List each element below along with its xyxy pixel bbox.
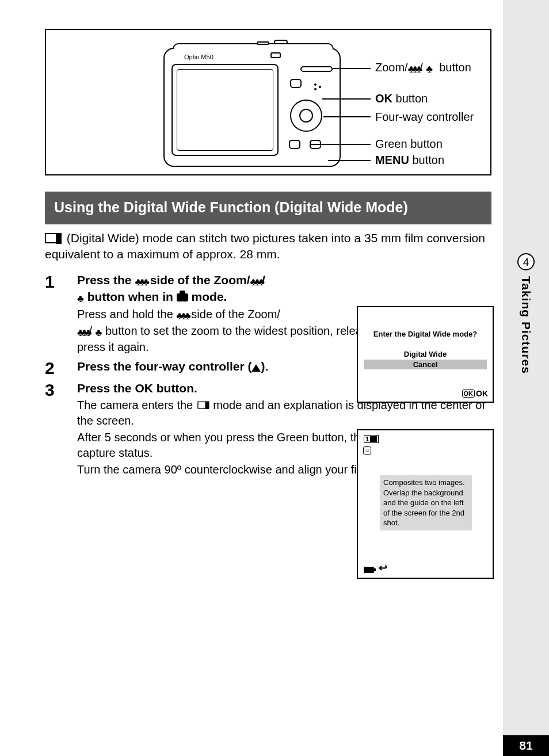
green-button-label: Green button xyxy=(375,138,443,151)
lcd2-shot-badge: 1 xyxy=(364,435,379,443)
up-arrow-icon xyxy=(251,364,261,372)
lcd1-ok-indicator: OKOK xyxy=(462,389,489,398)
menu-button-label: MENU button xyxy=(375,154,444,167)
lcd2-message: Composites two images. Overlap the backg… xyxy=(380,475,472,530)
top-right-button-icon xyxy=(290,79,302,88)
camera-mode-icon xyxy=(177,293,188,301)
four-way-controller-icon xyxy=(290,100,322,132)
camera-lcd xyxy=(171,64,279,156)
fourway-label: Four-way controller xyxy=(375,110,474,124)
camera-lcd-inner xyxy=(177,69,273,151)
green-button-icon xyxy=(289,140,300,149)
lcd1-option-digital-wide: Digital Wide xyxy=(358,350,493,358)
lcd-preview-2: 1 ☺ Composites two images. Overlap the b… xyxy=(357,429,494,579)
indicator-dot-icon xyxy=(319,86,321,88)
step-title: Press the ♣♣♣ side of the Zoom/♣♣♣/ ♣ bu… xyxy=(77,272,491,306)
return-icon: ↩ xyxy=(379,562,387,574)
camera-body: Optio M50 xyxy=(163,48,341,167)
lcd-preview-1: Enter the Digital Wide mode? Digital Wid… xyxy=(357,306,494,403)
ok-button-icon xyxy=(299,109,313,123)
zoom-button-label: Zoom/♣♣♣/ ♣ button xyxy=(375,61,471,75)
trees-icon: ♣♣♣ xyxy=(408,63,420,75)
leader-line xyxy=(323,116,371,117)
power-button-icon xyxy=(257,41,269,45)
digital-wide-icon xyxy=(197,402,209,409)
leader-line xyxy=(333,68,371,69)
page-number: 81 xyxy=(503,735,549,756)
shutter-button-icon xyxy=(274,40,288,44)
camera-top-edge xyxy=(173,43,334,49)
camera-diagram: Optio M50 Zoom/♣♣♣/ ♣ button O xyxy=(45,29,491,175)
sidebar-strip xyxy=(503,0,549,756)
step-number: 1 xyxy=(45,272,77,291)
tree-icon: ♣ xyxy=(96,326,102,339)
tree-icon: ♣ xyxy=(77,292,84,306)
section-heading: Using the Digital Wide Function (Digital… xyxy=(45,192,491,224)
trees-icon: ♣♣♣ xyxy=(135,275,146,289)
face-detect-icon: ☺ xyxy=(363,446,371,455)
indicator-dot-icon xyxy=(314,88,317,90)
battery-icon xyxy=(364,567,374,573)
lcd1-question: Enter the Digital Wide mode? xyxy=(358,329,493,339)
leader-line xyxy=(328,160,371,161)
leader-line xyxy=(311,144,371,145)
tree-icon: ♣ xyxy=(426,63,433,75)
manual-page: Optio M50 Zoom/♣♣♣/ ♣ button O xyxy=(0,0,503,756)
trees-icon: ♣♣♣ xyxy=(77,326,89,339)
leader-line xyxy=(322,98,371,100)
ok-button-label: OK button xyxy=(375,92,428,105)
trees-icon: ♣♣♣ xyxy=(250,275,262,289)
intro-text: (Digital Wide) mode can stitch two pictu… xyxy=(45,231,485,260)
zoom-rocker-icon xyxy=(300,66,333,72)
chapter-number: 4 xyxy=(517,253,535,270)
camera-model-label: Optio M50 xyxy=(184,54,214,60)
digital-wide-icon xyxy=(45,233,61,243)
intro-paragraph: (Digital Wide) mode can stitch two pictu… xyxy=(45,230,491,262)
step-number: 2 xyxy=(45,358,77,377)
ok-box-icon: OK xyxy=(462,390,475,398)
step-number: 3 xyxy=(45,380,77,399)
chapter-title: Taking Pictures xyxy=(519,276,533,374)
indicator-dot-icon xyxy=(314,83,317,86)
lcd1-option-cancel: Cancel xyxy=(364,360,487,369)
trees-icon: ♣♣♣ xyxy=(176,309,188,323)
chapter-tab: 4 Taking Pictures xyxy=(503,253,549,374)
viewfinder-icon xyxy=(270,52,281,58)
